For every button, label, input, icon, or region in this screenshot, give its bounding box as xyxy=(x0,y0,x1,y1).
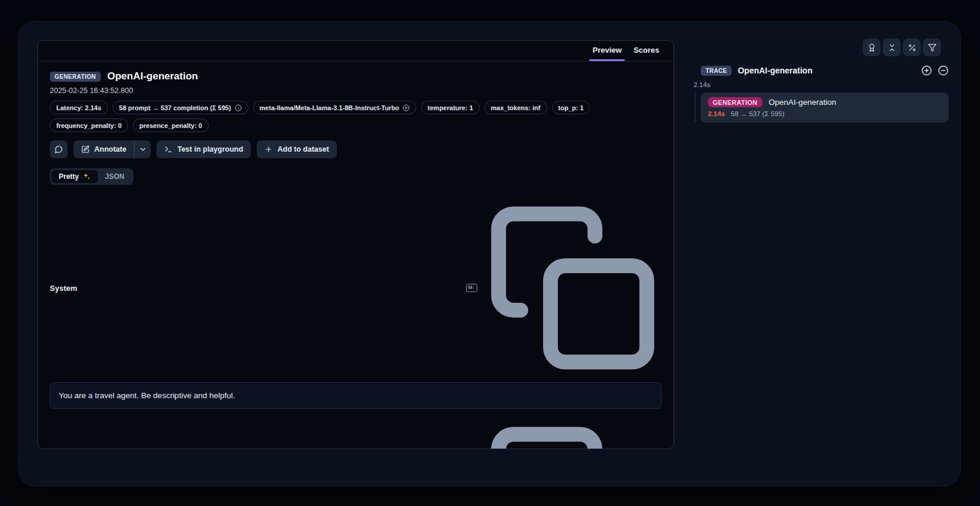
annotate-label: Annotate xyxy=(94,145,126,153)
terminal-icon xyxy=(164,145,173,153)
collapse-vertical-icon xyxy=(888,43,896,52)
message-content-system: You are a travel agent. Be descriptive a… xyxy=(50,382,662,409)
collapse-vertical-button[interactable] xyxy=(883,39,901,56)
toggle-json[interactable]: JSON xyxy=(98,170,132,183)
view-toggle: Pretty JSON xyxy=(50,168,133,185)
trace-node-generation[interactable]: GENERATION OpenAI-generation 2.14s 58 → … xyxy=(701,92,949,123)
copy-icon[interactable] xyxy=(484,419,662,449)
message-paragraph: You are a travel agent. Be descriptive a… xyxy=(59,390,653,401)
pill-label: Latency: 2.14s xyxy=(56,104,101,111)
tab-bar: PreviewScores xyxy=(586,41,665,61)
app-window: PreviewScores GENERATION OpenAI-generati… xyxy=(18,21,960,486)
filter-button[interactable] xyxy=(923,39,941,56)
annotate-button[interactable]: Annotate xyxy=(74,140,134,158)
playground-label: Test in playground xyxy=(177,145,243,153)
message-role-label: System xyxy=(50,284,77,293)
metadata-pill: temperature: 1 xyxy=(421,101,479,114)
trace-toolbar xyxy=(863,39,941,56)
message-list: SystemM↓You are a travel agent. Be descr… xyxy=(50,188,662,449)
message-header-icons: M↓ xyxy=(466,419,662,449)
observation-timestamp: 2025-02-25 16:43:52.800 xyxy=(50,87,662,95)
trace-node-title: OpenAI-generation xyxy=(769,98,837,107)
plus-icon xyxy=(264,145,273,153)
annotate-menu-button[interactable] xyxy=(134,140,151,158)
trace-badge: TRACE xyxy=(701,66,732,76)
metadata-pill: top_p: 1 xyxy=(552,101,590,114)
info-icon[interactable] xyxy=(235,104,242,111)
panel-header: PreviewScores xyxy=(38,41,673,62)
pill-label: temperature: 1 xyxy=(427,104,473,111)
markdown-toggle-icon[interactable]: M↓ xyxy=(466,284,477,292)
action-row: Annotate Test in playground Add to datas… xyxy=(50,140,662,158)
percent-icon xyxy=(908,43,917,52)
test-in-playground-button[interactable]: Test in playground xyxy=(157,140,251,158)
trace-node-header: GENERATION OpenAI-generation xyxy=(708,97,941,107)
square-pen-icon xyxy=(81,145,90,153)
pill-label: frequency_penalty: 0 xyxy=(56,122,122,129)
trace-node-duration: 2.14s xyxy=(708,110,725,117)
award-button[interactable] xyxy=(863,39,880,56)
chevron-down-icon xyxy=(139,145,147,153)
pill-label: presence_penalty: 0 xyxy=(139,122,202,129)
observation-title-row: GENERATION OpenAI-generation xyxy=(50,71,662,82)
comment-icon xyxy=(55,145,63,153)
preview-panel: PreviewScores GENERATION OpenAI-generati… xyxy=(37,40,674,449)
toggle-pretty[interactable]: Pretty xyxy=(52,170,98,183)
trace-node-stats: 2.14s 58 → 537 (Σ 595) xyxy=(708,110,941,117)
pill-label: max_tokens: inf xyxy=(491,104,541,111)
page-title: OpenAI-generation xyxy=(107,71,198,82)
metadata-pill: Latency: 2.14s xyxy=(50,101,108,114)
percent-button[interactable] xyxy=(903,39,921,56)
comment-button[interactable] xyxy=(50,140,68,158)
trace-header: TRACE OpenAI-generation xyxy=(694,65,949,76)
dataset-label: Add to dataset xyxy=(277,145,329,153)
pill-label: 58 prompt → 537 completion (Σ 595) xyxy=(119,104,231,111)
copy-icon[interactable] xyxy=(484,199,662,377)
metadata-pill: max_tokens: inf xyxy=(484,101,547,114)
panel-body: GENERATION OpenAI-generation 2025-02-25 … xyxy=(38,62,673,449)
message-header-system: SystemM↓ xyxy=(50,199,662,377)
generation-badge: GENERATION xyxy=(708,97,762,107)
sparkles-icon xyxy=(82,172,91,181)
collapse-all-icon[interactable] xyxy=(938,65,949,76)
filter-icon xyxy=(928,43,937,52)
award-icon xyxy=(867,43,876,52)
expand-all-icon[interactable] xyxy=(921,65,932,76)
pill-label: meta-llama/Meta-Llama-3.1-8B-Instruct-Tu… xyxy=(260,104,400,111)
tab-scores[interactable]: Scores xyxy=(628,41,665,61)
circle-plus-icon[interactable] xyxy=(403,104,410,111)
metadata-pill: frequency_penalty: 0 xyxy=(50,119,128,132)
metadata-pills: Latency: 2.14s58 prompt → 537 completion… xyxy=(50,101,607,132)
metadata-pill: 58 prompt → 537 completion (Σ 595) xyxy=(113,101,248,114)
trace-title: OpenAI-generation xyxy=(738,66,812,75)
annotate-split-button: Annotate xyxy=(74,140,151,158)
pill-label: top_p: 1 xyxy=(558,104,584,111)
page-background: PreviewScores GENERATION OpenAI-generati… xyxy=(0,0,980,506)
add-to-dataset-button[interactable]: Add to dataset xyxy=(257,140,337,158)
trace-duration: 2.14s xyxy=(694,81,949,88)
trace-node-tokens: 58 → 537 (Σ 595) xyxy=(731,110,784,117)
observation-type-badge: GENERATION xyxy=(50,72,101,82)
metadata-pill: meta-llama/Meta-Llama-3.1-8B-Instruct-Tu… xyxy=(253,101,417,114)
metadata-pill: presence_penalty: 0 xyxy=(133,119,209,132)
trace-tree: GENERATION OpenAI-generation 2.14s 58 → … xyxy=(695,92,949,123)
trace-tree-panel: TRACE OpenAI-generation 2.14s GENERATION… xyxy=(694,65,949,123)
message-header-icons: M↓ xyxy=(466,199,662,377)
tab-preview[interactable]: Preview xyxy=(586,41,627,61)
message-header-user: UserM↓ xyxy=(50,419,662,449)
pretty-label: Pretty xyxy=(59,172,79,181)
